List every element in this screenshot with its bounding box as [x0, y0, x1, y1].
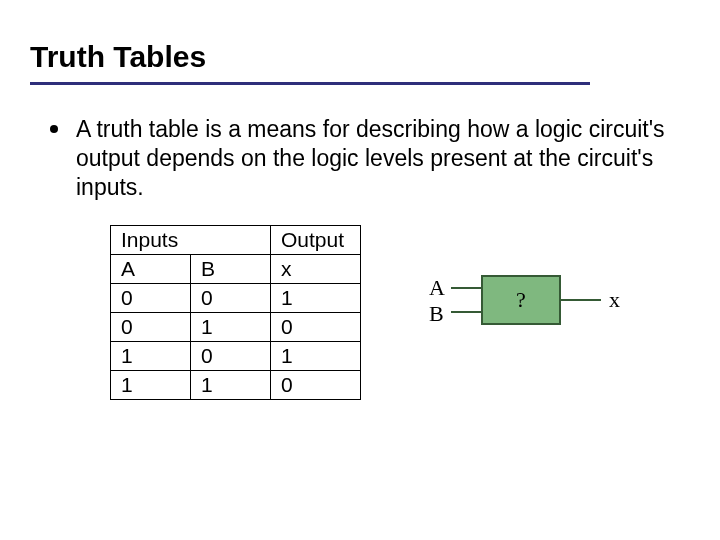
truth-table: Inputs Output A B x 0 0 1 0 1 0 1 0 1 [110, 225, 361, 400]
cell-x: 0 [271, 313, 361, 342]
cell-x: 1 [271, 342, 361, 371]
header-inputs: Inputs [111, 226, 271, 255]
col-header-x: x [271, 255, 361, 284]
wire-x [561, 299, 601, 301]
cell-a: 1 [111, 342, 191, 371]
cell-a: 1 [111, 371, 191, 400]
table-header-group: Inputs Output [111, 226, 361, 255]
cell-a: 0 [111, 313, 191, 342]
cell-b: 0 [191, 284, 271, 313]
table-row: 0 0 1 [111, 284, 361, 313]
table-row: 1 1 0 [111, 371, 361, 400]
header-output: Output [271, 226, 361, 255]
table-row: 1 0 1 [111, 342, 361, 371]
description-text: A truth table is a means for describing … [76, 115, 670, 201]
col-header-b: B [191, 255, 271, 284]
cell-a: 0 [111, 284, 191, 313]
wire-a [451, 287, 481, 289]
circuit-diagram: A B ? x [401, 255, 651, 375]
table-row: 0 1 0 [111, 313, 361, 342]
circuit-label-a: A [429, 275, 445, 301]
circuit-label-b: B [429, 301, 444, 327]
title-underline [30, 82, 590, 85]
cell-x: 1 [271, 284, 361, 313]
cell-x: 0 [271, 371, 361, 400]
cell-b: 1 [191, 371, 271, 400]
bullet-item: A truth table is a means for describing … [50, 115, 670, 201]
circuit-label-x: x [609, 287, 620, 313]
table-header-cols: A B x [111, 255, 361, 284]
gate-box: ? [481, 275, 561, 325]
wire-b [451, 311, 481, 313]
bullet-icon [50, 125, 58, 133]
cell-b: 0 [191, 342, 271, 371]
cell-b: 1 [191, 313, 271, 342]
col-header-a: A [111, 255, 191, 284]
page-title: Truth Tables [30, 40, 690, 74]
gate-label: ? [516, 287, 526, 313]
